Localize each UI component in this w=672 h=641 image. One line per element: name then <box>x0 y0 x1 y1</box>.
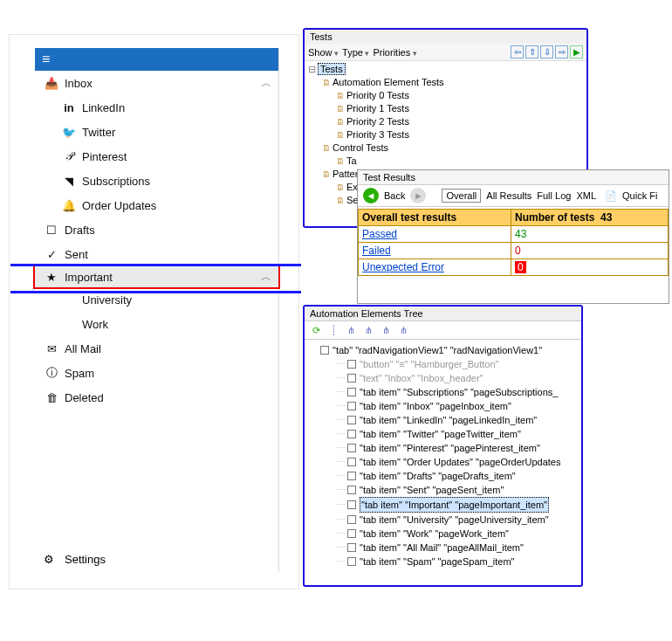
failed-link[interactable]: Failed <box>362 245 391 257</box>
sent-icon: ✓ <box>44 248 59 261</box>
nav-label: Work <box>82 318 108 331</box>
hamburger-bar: ≡ <box>35 48 278 71</box>
sidebar-item-pinterest[interactable]: 𝒫Pinterest <box>35 144 278 169</box>
automation-tree[interactable]: "tab" "radNavigationView1" "radNavigatio… <box>305 340 581 572</box>
arrow-down-icon[interactable]: ⇩ <box>540 45 553 59</box>
subscriptions-icon: ◥ <box>61 175 77 188</box>
sidebar-item-all-mail[interactable]: ✉All Mail <box>35 336 278 361</box>
error-value: 0 <box>511 259 669 276</box>
tree-node[interactable]: ⋯"tab item" "LinkedIn" "pageLinkedIn_ite… <box>308 413 578 427</box>
tab-xml[interactable]: XML <box>576 190 596 201</box>
test-results-panel: Test Results ◄ Back ► Overall All Result… <box>357 169 669 304</box>
tree-node[interactable]: ⋯"text" "Inbox" "Inbox_header" <box>308 371 578 385</box>
hamburger-icon[interactable]: ≡ <box>42 52 50 67</box>
sidebar-item-linkedin[interactable]: inLinkedIn <box>35 95 278 120</box>
results-toolbar: ◄ Back ► Overall All Results Full Log XM… <box>358 185 669 207</box>
all-mail-icon: ✉ <box>44 342 59 355</box>
sidebar-item-work[interactable]: Work <box>35 312 278 336</box>
chevron-up-icon[interactable]: ︿ <box>261 270 271 285</box>
tree-node[interactable]: ⋯"tab item" "Twitter" "pageTwitter_item" <box>308 427 578 441</box>
nav-label: LinkedIn <box>82 101 125 114</box>
tree-node[interactable]: ⋯"tab item" "Order Updates" "pageOrderUp… <box>308 455 578 469</box>
back-icon[interactable]: ◄ <box>363 188 379 203</box>
tree-node[interactable]: ⋯"button" "≡" "Hamburger_Button" <box>308 357 578 371</box>
tree4-icon[interactable]: ⋔ <box>397 324 409 336</box>
highlight-bar <box>10 264 301 266</box>
type-dropdown[interactable]: Type <box>342 47 369 58</box>
nav-label: All Mail <box>65 342 101 355</box>
sidebar-item-inbox[interactable]: 📥Inbox︿ <box>35 71 278 95</box>
tree-node[interactable]: ⋯"tab item" "Spam" "pageSpam_item" <box>308 555 578 569</box>
sidebar: ≡ 📥Inbox︿inLinkedIn🐦Twitter𝒫Pinterest◥Su… <box>35 48 279 572</box>
tree-node[interactable]: ⋯"tab item" "Inbox" "pageInbox_item" <box>308 399 578 413</box>
tree-node[interactable]: ⋯"tab item" "Important" "pageImportant_i… <box>308 497 578 513</box>
nav-label: Drafts <box>65 224 95 237</box>
back-label[interactable]: Back <box>384 190 405 201</box>
arrow-right-icon[interactable]: ⇨ <box>555 45 568 59</box>
tab-all-results[interactable]: All Results <box>486 190 531 201</box>
nav-label: Important <box>65 271 113 284</box>
results-title: Test Results <box>358 170 669 185</box>
arrow-left-icon[interactable]: ⇦ <box>511 45 524 59</box>
nav-arrows: ⇦ ⇧ ⇩ ⇨ ▶ <box>511 45 583 59</box>
tree-node[interactable]: ⋯"tab item" "University" "pageUniversity… <box>308 513 578 527</box>
tree-node[interactable]: ⋯"tab item" "Drafts" "pageDrafts_item" <box>308 469 578 483</box>
tree3-icon[interactable]: ⋔ <box>380 324 392 336</box>
tree2-icon[interactable]: ⋔ <box>362 324 374 336</box>
automation-tree-panel: Automation Elements Tree ⟳ ┊ ⋔ ⋔ ⋔ ⋔ "ta… <box>303 305 583 587</box>
nav-label: Inbox <box>65 77 93 90</box>
refresh-icon[interactable]: ⟳ <box>310 324 322 336</box>
tab-quick[interactable]: Quick Fi <box>622 190 657 201</box>
tree-root[interactable]: "tab" "radNavigationView1" "radNavigatio… <box>308 343 578 357</box>
sidebar-item-order-updates[interactable]: 🔔Order Updates <box>35 193 278 217</box>
nav-label: Pinterest <box>82 150 127 163</box>
nav-label: Order Updates <box>82 199 156 212</box>
error-link[interactable]: Unexpected Error <box>362 261 444 273</box>
sidebar-item-twitter[interactable]: 🐦Twitter <box>35 120 278 144</box>
sidebar-item-important[interactable]: ★Important︿ <box>33 265 280 289</box>
passed-link[interactable]: Passed <box>362 228 397 240</box>
run-icon[interactable]: ▶ <box>570 45 583 59</box>
failed-value: 0 <box>511 243 669 259</box>
sidebar-item-spam[interactable]: ⓘSpam <box>35 361 278 385</box>
arrow-up-icon[interactable]: ⇧ <box>525 45 538 59</box>
tests-panel-title: Tests <box>305 30 586 44</box>
tree-node[interactable]: ⋯"tab item" "Sent" "pageSent_item" <box>308 483 578 497</box>
tests-toolbar: Show Type Priorities ⇦ ⇧ ⇩ ⇨ ▶ <box>305 44 586 61</box>
auto-panel-title: Automation Elements Tree <box>305 307 581 320</box>
highlight-bar <box>10 291 301 293</box>
deleted-icon: 🗑 <box>44 391 59 404</box>
row-passed: Passed 43 <box>359 226 669 243</box>
important-icon: ★ <box>44 271 59 284</box>
tab-full-log[interactable]: Full Log <box>537 190 571 201</box>
results-table: Overall test results Number of tests 43 … <box>358 209 669 276</box>
spam-icon: ⓘ <box>44 365 59 381</box>
focus-icon[interactable]: ┊ <box>327 324 339 336</box>
col-overall: Overall test results <box>359 210 511 226</box>
order-updates-icon: 🔔 <box>61 199 77 212</box>
sidebar-item-subscriptions[interactable]: ◥Subscriptions <box>35 169 278 193</box>
tree-node[interactable]: ⋯"tab item" "Pinterest" "pagePinterest_i… <box>308 441 578 455</box>
pinterest-icon: 𝒫 <box>61 149 77 163</box>
tree-node[interactable]: ⋯"tab item" "All Mail" "pageAllMail_item… <box>308 541 578 555</box>
nav-label: University <box>82 293 132 307</box>
tree1-icon[interactable]: ⋔ <box>345 324 357 336</box>
settings-label: Settings <box>65 553 106 566</box>
priorities-dropdown[interactable]: Priorities <box>373 47 416 58</box>
gear-icon: ⚙ <box>44 553 59 566</box>
chevron-up-icon[interactable]: ︿ <box>261 76 271 91</box>
nav-label: Subscriptions <box>82 175 150 188</box>
auto-toolbar: ⟳ ┊ ⋔ ⋔ ⋔ ⋔ <box>305 320 581 340</box>
sidebar-item-sent[interactable]: ✓Sent <box>35 242 278 266</box>
nav-label: Deleted <box>65 391 104 404</box>
drafts-icon: ☐ <box>44 224 59 237</box>
tab-overall[interactable]: Overall <box>442 189 481 203</box>
show-dropdown[interactable]: Show <box>308 47 339 58</box>
tree-node[interactable]: ⋯"tab item" "Subscriptions" "pageSubscri… <box>308 385 578 399</box>
sidebar-item-settings[interactable]: ⚙ Settings <box>35 546 278 572</box>
sidebar-item-drafts[interactable]: ☐Drafts <box>35 217 278 242</box>
sidebar-item-deleted[interactable]: 🗑Deleted <box>35 385 278 410</box>
nav-list: 📥Inbox︿inLinkedIn🐦Twitter𝒫Pinterest◥Subs… <box>35 71 278 410</box>
tree-node[interactable]: ⋯"tab item" "Work" "pageWork_item" <box>308 527 578 541</box>
col-count: Number of tests 43 <box>511 210 669 226</box>
